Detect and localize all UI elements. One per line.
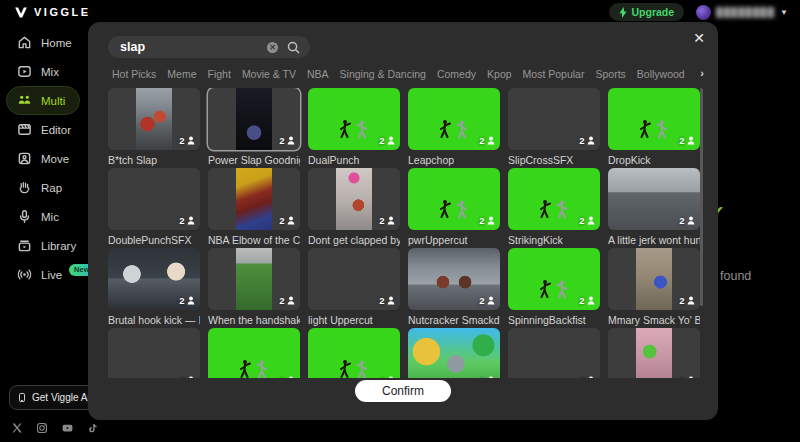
- person-icon: [387, 136, 395, 145]
- participants-badge: 2: [379, 215, 395, 226]
- template-card[interactable]: 2: [208, 248, 300, 310]
- template-card[interactable]: 2: [308, 168, 400, 230]
- participants-count: 2: [479, 295, 484, 306]
- participants-count: 2: [479, 375, 484, 378]
- participants-count: 2: [379, 375, 384, 378]
- viggle-logo[interactable]: VIGGLE: [14, 6, 91, 19]
- tab-fight[interactable]: Fight: [208, 68, 231, 80]
- template-cell: 2DropKick: [608, 88, 700, 168]
- person-icon: [387, 296, 395, 305]
- template-card[interactable]: 2: [508, 328, 600, 378]
- sidebar-item-label: Mic: [41, 211, 59, 223]
- youtube-icon[interactable]: [61, 422, 74, 434]
- template-card[interactable]: 2: [508, 88, 600, 150]
- tab-meme[interactable]: Meme: [167, 68, 196, 80]
- participants-badge: 2: [279, 215, 295, 226]
- participants-count: 2: [379, 215, 384, 226]
- participants-badge: 2: [679, 135, 695, 146]
- tab-most-popular[interactable]: Most Popular: [523, 68, 585, 80]
- template-card[interactable]: 2: [308, 88, 400, 150]
- template-card[interactable]: 2: [108, 328, 200, 378]
- confirm-button[interactable]: Confirm: [355, 380, 451, 402]
- sidebar-item-mix[interactable]: Mix: [6, 57, 80, 86]
- lightning-icon: [619, 7, 627, 18]
- template-card[interactable]: 2: [308, 248, 400, 310]
- account-menu[interactable]: ████████ ▼: [696, 5, 788, 20]
- x-twitter-icon[interactable]: [11, 422, 23, 434]
- person-icon: [587, 136, 595, 145]
- template-thumbnail: [236, 248, 272, 310]
- tab-comedy[interactable]: Comedy: [437, 68, 476, 80]
- instagram-icon[interactable]: [36, 422, 48, 434]
- modal-scrollbar[interactable]: [700, 88, 703, 306]
- template-card[interactable]: 2: [608, 328, 700, 378]
- participants-count: 2: [179, 295, 184, 306]
- template-card[interactable]: 2: [408, 248, 500, 310]
- person-icon: [187, 296, 195, 305]
- participants-count: 2: [379, 295, 384, 306]
- category-tabs: Hot PicksMemeFightMovie & TVNBASinging &…: [112, 68, 688, 80]
- template-card-selected[interactable]: 2: [208, 88, 300, 150]
- fighters-silhouette: [332, 358, 376, 378]
- clear-search-icon[interactable]: ✕: [267, 42, 278, 53]
- person-icon: [587, 216, 595, 225]
- participants-count: 2: [479, 215, 484, 226]
- sidebar-nav: HomeMixMultiEditorMoveRapMicLibraryLiveN…: [0, 28, 88, 289]
- template-card-title: B*tch Slap: [108, 154, 200, 166]
- person-icon: [587, 376, 595, 378]
- sidebar-item-rap[interactable]: Rap: [6, 173, 80, 202]
- participants-count: 2: [579, 295, 584, 306]
- tab-sports[interactable]: Sports: [595, 68, 625, 80]
- upgrade-button[interactable]: Upgrade: [609, 3, 684, 21]
- sidebar-item-move[interactable]: Move: [6, 144, 80, 173]
- template-card[interactable]: 2: [208, 168, 300, 230]
- tab-bollywood[interactable]: Bollywood: [637, 68, 685, 80]
- tiktok-icon[interactable]: [87, 422, 98, 434]
- sidebar-item-editor[interactable]: Editor: [6, 115, 80, 144]
- sidebar-item-live[interactable]: LiveNew: [6, 260, 80, 289]
- template-card-title: SpinningBackfist: [508, 314, 600, 326]
- person-icon: [387, 216, 395, 225]
- sidebar-item-library[interactable]: Library: [6, 231, 80, 260]
- participants-badge: 2: [679, 215, 695, 226]
- template-card[interactable]: 2: [108, 88, 200, 150]
- template-card[interactable]: 2: [108, 248, 200, 310]
- template-card-title: Leapchop: [408, 154, 500, 166]
- template-cell: 2NBA Elbow of the C...: [208, 168, 300, 248]
- tab-hot-picks[interactable]: Hot Picks: [112, 68, 156, 80]
- avatar: [696, 5, 711, 20]
- sidebar-item-mic[interactable]: Mic: [6, 202, 80, 231]
- close-icon[interactable]: ✕: [693, 31, 705, 45]
- template-card[interactable]: 2: [508, 168, 600, 230]
- template-card[interactable]: 2: [608, 248, 700, 310]
- editor-icon: [17, 122, 32, 137]
- template-card[interactable]: 2: [308, 328, 400, 378]
- template-card[interactable]: 2: [408, 328, 500, 378]
- template-cell: 2SlipCrossSFX: [508, 88, 600, 168]
- search-icon[interactable]: [287, 41, 300, 54]
- person-icon: [687, 376, 695, 378]
- participants-count: 2: [179, 375, 184, 378]
- template-card[interactable]: 2: [408, 88, 500, 150]
- template-card-title: A little jerk wont hurt: [608, 234, 700, 246]
- top-bar: VIGGLE Upgrade ████████ ▼: [0, 0, 800, 24]
- search-input[interactable]: [120, 40, 267, 54]
- tab-movie-tv[interactable]: Movie & TV: [242, 68, 296, 80]
- template-card[interactable]: 2: [108, 168, 200, 230]
- sidebar-item-multi[interactable]: Multi: [6, 86, 80, 115]
- background-partial-text: found: [720, 269, 751, 283]
- template-card[interactable]: 2: [208, 328, 300, 378]
- tabs-more-chevron-icon[interactable]: ›: [696, 67, 704, 79]
- tab-nba[interactable]: NBA: [307, 68, 329, 80]
- sidebar-item-home[interactable]: Home: [6, 28, 80, 57]
- template-thumbnail: [336, 168, 372, 230]
- template-card[interactable]: 2: [608, 88, 700, 150]
- tab-singing-dancing[interactable]: Singing & Dancing: [340, 68, 426, 80]
- template-card[interactable]: 2: [508, 248, 600, 310]
- participants-badge: 2: [579, 135, 595, 146]
- rap-icon: [17, 180, 32, 195]
- tab-kpop[interactable]: Kpop: [487, 68, 512, 80]
- template-card[interactable]: 2: [608, 168, 700, 230]
- template-card[interactable]: 2: [408, 168, 500, 230]
- template-thumbnail: [236, 168, 272, 230]
